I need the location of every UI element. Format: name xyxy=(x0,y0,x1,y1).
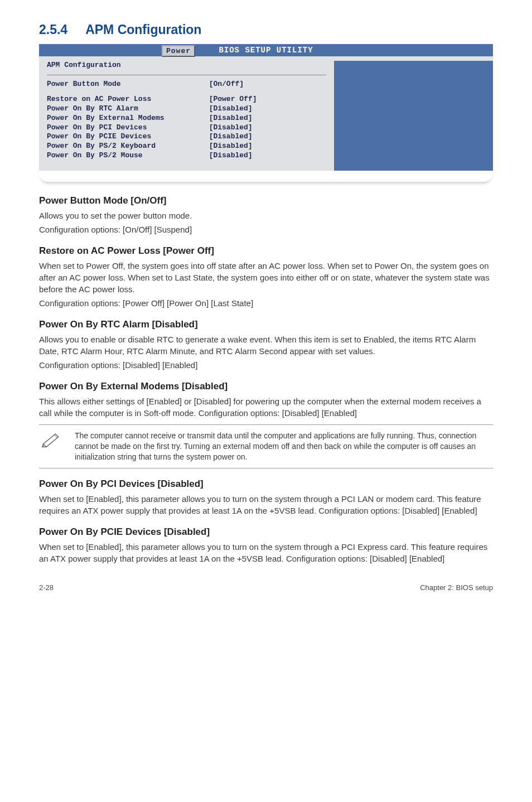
section-number: 2.5.4 xyxy=(39,22,67,37)
bios-rows-group-2: Restore on AC Power Loss[Power Off]Power… xyxy=(47,95,326,161)
body-paragraph: Configuration options: [On/Off] [Suspend… xyxy=(39,224,493,235)
bios-left-column: APM Configuration Power Button Mode[On/O… xyxy=(39,61,334,171)
bios-setting-value: [Disabled] xyxy=(209,114,326,123)
bios-divider xyxy=(47,75,326,75)
bios-setting-key: Power On By PS/2 Keyboard xyxy=(47,142,209,151)
bios-setting-row: Power On By External Modems[Disabled] xyxy=(47,114,326,123)
bios-setting-row: Power Button Mode[On/Off] xyxy=(47,80,326,89)
bios-subheader: APM Configuration xyxy=(47,61,326,73)
body-paragraph: When set to [Enabled], this parameter al… xyxy=(39,541,493,564)
sub-heading: Power On By External Modems [Disabled] xyxy=(39,381,493,392)
bios-setting-row: Power On By PCIE Devices[Disabled] xyxy=(47,132,326,142)
bios-setting-key: Power On By PCI Devices xyxy=(47,123,209,133)
footer-page-number: 2-28 xyxy=(39,583,54,592)
sub-heading: Power On By RTC Alarm [Disabled] xyxy=(39,319,493,330)
sub-heading: Restore on AC Power Loss [Power Off] xyxy=(39,245,493,257)
pencil-icon xyxy=(39,431,64,447)
bios-right-column xyxy=(334,61,493,171)
body-paragraph: Allows you to set the power button mode. xyxy=(39,210,493,221)
bios-setting-value: [Power Off] xyxy=(209,95,326,104)
bios-setting-key: Restore on AC Power Loss xyxy=(47,95,209,104)
body-paragraph: This allows either settings of [Enabled]… xyxy=(39,395,493,419)
section-heading: APM Configuration xyxy=(85,22,201,37)
bios-setting-row: Restore on AC Power Loss[Power Off] xyxy=(47,95,326,104)
footer-chapter: Chapter 2: BIOS setup xyxy=(420,583,493,592)
note-text: The computer cannot receive or transmit … xyxy=(75,431,491,462)
bios-setting-key: Power On By External Modems xyxy=(47,114,209,123)
bios-body: APM Configuration Power Button Mode[On/O… xyxy=(39,56,493,171)
bios-setting-row: Power On By PCI Devices[Disabled] xyxy=(47,123,326,133)
section-title: 2.5.4APM Configuration xyxy=(39,22,493,37)
bios-setting-value: [Disabled] xyxy=(209,142,326,151)
body-paragraph: When set to Power Off, the system goes i… xyxy=(39,260,493,295)
page-footer: 2-28 Chapter 2: BIOS setup xyxy=(39,583,493,592)
body-paragraph: Allows you to enable or disable RTC to g… xyxy=(39,334,493,357)
bios-panel: BIOS SETUP UTILITY Power APM Configurati… xyxy=(39,44,493,182)
sub-heading: Power Button Mode [On/Off] xyxy=(39,195,493,206)
bios-setting-key: Power On By PCIE Devices xyxy=(47,132,209,142)
bios-rows-group-1: Power Button Mode[On/Off] xyxy=(47,80,326,89)
bios-setting-value: [Disabled] xyxy=(209,132,326,142)
content-blocks: Power Button Mode [On/Off]Allows you to … xyxy=(39,195,493,419)
content-blocks-2: Power On By PCI Devices [Disabled]When s… xyxy=(39,479,493,564)
body-paragraph: Configuration options: [Disabled] [Enabl… xyxy=(39,359,493,371)
bios-setting-key: Power On By PS/2 Mouse xyxy=(47,151,209,161)
bios-setting-key: Power Button Mode xyxy=(47,80,209,89)
sub-heading: Power On By PCI Devices [Disabled] xyxy=(39,479,493,490)
bios-tab-power: Power xyxy=(162,45,195,57)
bios-setting-value: [Disabled] xyxy=(209,104,326,114)
bios-setting-row: Power On By RTC Alarm[Disabled] xyxy=(47,104,326,114)
bios-setting-value: [Disabled] xyxy=(209,123,326,133)
bios-setting-row: Power On By PS/2 Keyboard[Disabled] xyxy=(47,142,326,151)
sub-heading: Power On By PCIE Devices [Disabled] xyxy=(39,526,493,538)
bios-setting-value: [On/Off] xyxy=(209,80,326,89)
bios-header: BIOS SETUP UTILITY Power xyxy=(39,44,493,56)
body-paragraph: Configuration options: [Power Off] [Powe… xyxy=(39,297,493,309)
bios-setting-row: Power On By PS/2 Mouse[Disabled] xyxy=(47,151,326,161)
bios-setting-value: [Disabled] xyxy=(209,151,326,161)
note-box: The computer cannot receive or transmit … xyxy=(39,424,493,468)
bios-header-title: BIOS SETUP UTILITY xyxy=(219,46,313,55)
spacer xyxy=(47,89,326,95)
bios-setting-key: Power On By RTC Alarm xyxy=(47,104,209,114)
bios-box: BIOS SETUP UTILITY Power APM Configurati… xyxy=(39,44,493,171)
body-paragraph: When set to [Enabled], this parameter al… xyxy=(39,493,493,516)
